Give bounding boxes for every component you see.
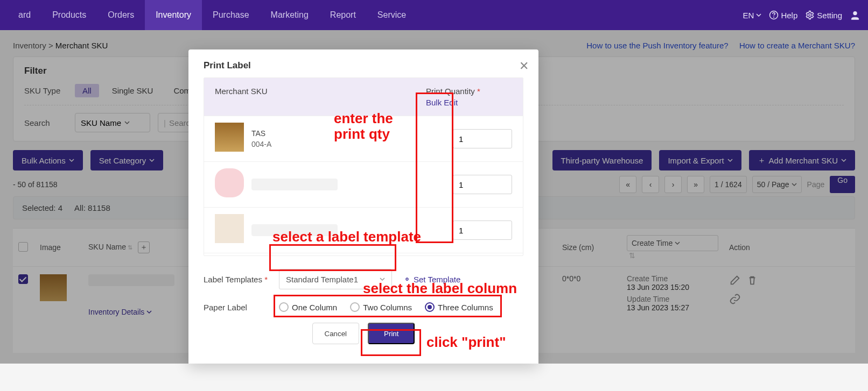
sku-name (251, 224, 338, 236)
user-menu[interactable] (850, 10, 860, 20)
help-link[interactable]: Help (769, 10, 797, 20)
user-icon (850, 10, 860, 20)
print-qty-input[interactable] (453, 221, 512, 240)
print-button[interactable]: Print (368, 323, 415, 344)
label-row (204, 207, 523, 253)
help-label: Help (781, 11, 797, 20)
lang-selector[interactable]: EN (743, 11, 762, 20)
radio-two-columns[interactable]: Two Columns (350, 302, 412, 312)
gear-icon (805, 10, 815, 20)
cancel-button[interactable]: Cancel (312, 323, 360, 344)
radio-one-column[interactable]: One Column (279, 302, 337, 312)
svg-point-2 (809, 14, 811, 17)
svg-point-4 (406, 278, 408, 280)
sku-thumbnail (215, 214, 244, 243)
nav-item-orders[interactable]: Orders (97, 0, 145, 30)
label-templates-label: Label Templates (204, 275, 268, 284)
page-content: Inventory > Merchant SKU How to use the … (0, 30, 868, 364)
print-label-modal: Print Label ✕ Merchant SKU Print Quantit… (188, 49, 538, 364)
lang-value: EN (743, 11, 754, 20)
sku-thumbnail (215, 168, 244, 197)
nav-item-service[interactable]: Service (367, 0, 417, 30)
sku-name: TAS (251, 129, 265, 138)
print-qty-input[interactable] (453, 129, 512, 148)
close-icon[interactable]: ✕ (519, 59, 529, 73)
svg-point-1 (774, 17, 774, 17)
nav-item-products[interactable]: Products (41, 0, 97, 30)
modal-col-print-qty: Print Quantity (426, 87, 480, 96)
label-row (204, 253, 523, 255)
bulk-edit-link[interactable]: Bulk Edit (426, 98, 512, 107)
template-value: Standard Template1 (286, 275, 358, 284)
help-icon (769, 10, 779, 20)
svg-point-3 (853, 11, 857, 15)
nav-item-marketing[interactable]: Marketing (260, 0, 319, 30)
setting-label: Setting (817, 11, 842, 20)
chevron-down-icon (756, 12, 761, 18)
print-qty-input[interactable] (453, 175, 512, 194)
nav-item-purchase[interactable]: Purchase (202, 0, 260, 30)
modal-title: Print Label (204, 60, 523, 71)
gear-icon (403, 275, 411, 283)
nav-item-dashboard[interactable]: ard (8, 0, 41, 30)
setting-link[interactable]: Setting (805, 10, 842, 20)
nav-item-report[interactable]: Report (319, 0, 367, 30)
label-row: TAS 004-A (204, 116, 523, 161)
paper-label-label: Paper Label (204, 303, 268, 312)
label-row (204, 161, 523, 207)
top-nav-bar: ard Products Orders Inventory Purchase M… (0, 0, 868, 30)
set-template-link[interactable]: Set Template (403, 275, 460, 284)
template-select[interactable]: Standard Template1 (279, 269, 392, 289)
chevron-down-icon (380, 276, 385, 282)
modal-col-merchant-sku: Merchant SKU (215, 87, 426, 107)
radio-three-columns[interactable]: Three Columns (425, 302, 493, 312)
nav-item-inventory[interactable]: Inventory (145, 0, 202, 30)
sku-thumbnail (215, 123, 244, 152)
sku-name (251, 179, 338, 190)
sku-code: 004-A (251, 140, 445, 148)
